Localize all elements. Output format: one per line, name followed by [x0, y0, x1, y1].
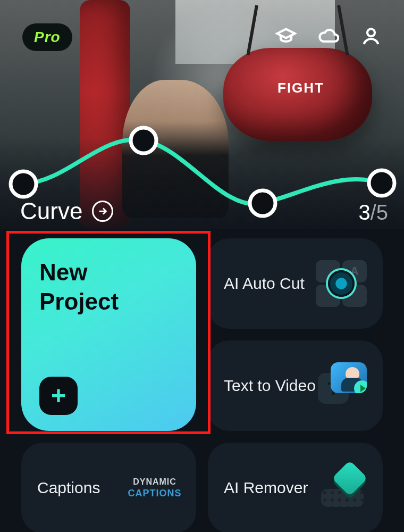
text-to-video-icon: T: [316, 362, 367, 409]
captions-icon: DYNAMIC CAPTIONS: [129, 464, 180, 511]
curve-node-4: [369, 170, 394, 196]
curve-label-row: Curve: [20, 198, 113, 225]
plus-icon: +: [39, 377, 78, 415]
counter-total: 5: [376, 201, 388, 224]
cloud-icon[interactable]: [318, 26, 339, 49]
text-to-video-button[interactable]: Text to Video T: [208, 340, 383, 431]
new-project-line1: New: [39, 257, 119, 287]
profile-icon[interactable]: [360, 26, 382, 49]
curve-label: Curve: [20, 198, 82, 225]
captions-button[interactable]: Captions DYNAMIC CAPTIONS: [21, 443, 196, 532]
hero-boxer: [122, 80, 229, 218]
pro-badge[interactable]: Pro: [22, 23, 72, 51]
new-project-label: New Project: [39, 257, 119, 316]
eraser-icon: [316, 464, 367, 511]
new-project-button[interactable]: New Project +: [21, 238, 196, 431]
new-project-line2: Project: [39, 287, 119, 316]
curve-node-2: [131, 128, 156, 153]
captions-thumb-line2: CAPTIONS: [128, 488, 182, 499]
arrow-right-icon[interactable]: [92, 201, 113, 222]
counter-sep: /: [371, 201, 376, 224]
slide-counter: 3/5: [358, 201, 388, 225]
top-icon-group: [275, 26, 382, 49]
captions-label: Captions: [37, 479, 129, 497]
ai-auto-cut-icon: A: [316, 260, 367, 307]
curve-node-1: [11, 171, 36, 197]
counter-current: 3: [358, 201, 370, 224]
app-screen: FIGHT Curve 3/5 Pro: [0, 0, 404, 532]
ai-auto-cut-button[interactable]: AI Auto Cut A: [208, 238, 383, 329]
captions-thumb-line1: DYNAMIC: [133, 477, 176, 487]
ai-remover-label: AI Remover: [224, 479, 316, 497]
text-to-video-label: Text to Video: [224, 377, 316, 395]
ai-remover-button[interactable]: AI Remover: [208, 443, 383, 532]
graduation-cap-icon[interactable]: [275, 26, 297, 49]
svg-point-0: [367, 29, 375, 36]
curve-node-3: [250, 190, 275, 216]
feature-grid: New Project + AI Auto Cut A Text to Vide…: [0, 238, 404, 532]
top-bar: Pro: [0, 21, 404, 53]
ai-auto-cut-label: AI Auto Cut: [224, 275, 316, 293]
hero-punching-bag-right: [223, 48, 372, 141]
hero-bag-text: FIGHT: [277, 80, 324, 96]
